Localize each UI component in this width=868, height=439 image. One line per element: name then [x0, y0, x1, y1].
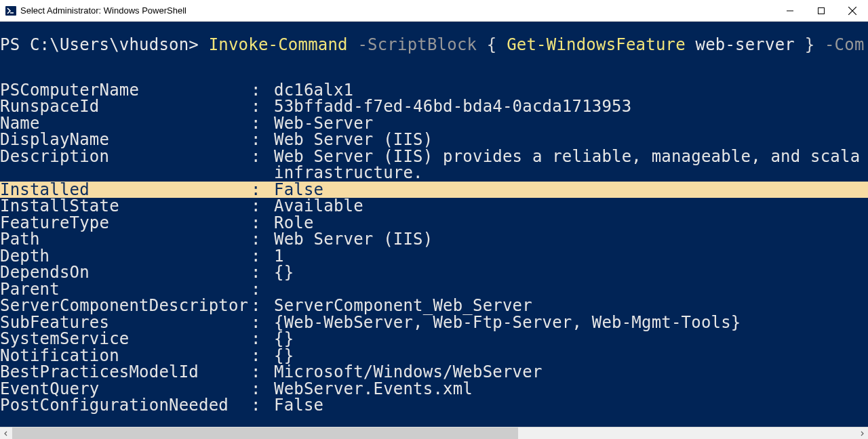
- property-value: 53bffadd-f7ed-46bd-bda4-0acda1713953: [274, 98, 631, 115]
- property-key: Description: [0, 148, 251, 165]
- brace-open: {: [487, 37, 507, 54]
- property-colon: :: [251, 314, 274, 331]
- property-key: InstallState: [0, 198, 251, 215]
- property-key: DisplayName: [0, 131, 251, 148]
- property-value: Web-Server: [274, 115, 374, 132]
- property-value: Web Server (IIS) provides a reliable, ma…: [274, 148, 860, 165]
- property-colon: :: [251, 131, 274, 148]
- output-property-row: DisplayName: Web Server (IIS): [0, 131, 868, 148]
- output-property-row: RunspaceId: 53bffadd-f7ed-46bd-bda4-0acd…: [0, 98, 868, 115]
- output-property-row: BestPracticesModelId: Microsoft/Windows/…: [0, 364, 868, 381]
- property-value-cont: infrastructure.: [0, 165, 423, 182]
- output-property-row: EventQuery: WebServer.Events.xml: [0, 381, 868, 398]
- property-colon: :: [251, 115, 274, 132]
- property-value: False: [274, 397, 323, 414]
- property-value: {}: [274, 348, 294, 364]
- scroll-left-button[interactable]: [0, 427, 12, 440]
- property-value: {}: [274, 331, 294, 348]
- property-value: dc16alx1: [274, 82, 353, 99]
- property-key: Depth: [0, 248, 251, 265]
- output-property-row: PSComputerName: dc16alx1: [0, 82, 868, 99]
- property-value: Web Server (IIS): [274, 131, 433, 148]
- brace-close: }: [805, 37, 825, 54]
- scroll-right-button[interactable]: [856, 427, 868, 440]
- output-property-row: Notification: {}: [0, 348, 868, 364]
- output-property-continuation: infrastructure.: [0, 165, 868, 182]
- property-value: {}: [274, 264, 294, 281]
- property-value: 1: [274, 248, 284, 265]
- property-colon: :: [251, 381, 274, 398]
- titlebar[interactable]: Select Administrator: Windows PowerShell: [0, 0, 868, 22]
- output-property-row: Path: Web Server (IIS): [0, 231, 868, 248]
- property-colon: :: [251, 397, 274, 414]
- blank-line: [0, 54, 868, 82]
- property-colon: :: [251, 148, 274, 165]
- output-property-row: DependsOn: {}: [0, 264, 868, 281]
- maximize-button[interactable]: [806, 0, 837, 22]
- output-property-row: Installed: False: [0, 182, 868, 198]
- scroll-thumb[interactable]: [12, 427, 518, 440]
- property-value: WebServer.Events.xml: [274, 381, 473, 398]
- property-colon: :: [251, 215, 274, 232]
- property-colon: :: [251, 198, 274, 215]
- property-key: Parent: [0, 281, 251, 298]
- property-key: BestPracticesModelId: [0, 364, 251, 381]
- param-computer: -Com: [825, 37, 865, 54]
- property-value: Role: [274, 215, 314, 232]
- output-property-row: Name: Web-Server: [0, 115, 868, 132]
- scroll-track[interactable]: [12, 427, 856, 440]
- param-scriptblock: -ScriptBlock: [348, 37, 487, 54]
- horizontal-scrollbar[interactable]: [0, 427, 868, 439]
- property-key: SystemService: [0, 331, 251, 348]
- property-value: False: [274, 182, 323, 198]
- svg-rect-1: [818, 7, 825, 14]
- cmdlet-getfeature: Get-WindowsFeature: [507, 37, 686, 54]
- property-value: Available: [274, 198, 363, 215]
- output-property-row: SubFeatures: {Web-WebServer, Web-Ftp-Ser…: [0, 314, 868, 331]
- property-key: ServerComponentDescriptor: [0, 297, 251, 314]
- property-value: Web Server (IIS): [274, 231, 433, 248]
- powershell-window: Select Administrator: Windows PowerShell…: [0, 0, 868, 439]
- close-button[interactable]: [837, 0, 868, 22]
- property-colon: :: [251, 331, 274, 348]
- property-colon: :: [251, 231, 274, 248]
- property-key: RunspaceId: [0, 98, 251, 115]
- cmd-arg: web-server: [686, 37, 805, 54]
- property-key: SubFeatures: [0, 314, 251, 331]
- output-property-row: Depth: 1: [0, 248, 868, 265]
- property-key: Path: [0, 231, 251, 248]
- property-key: DependsOn: [0, 264, 251, 281]
- prompt-prefix: PS C:\Users\vhudson>: [0, 37, 209, 54]
- output-property-row: Description: Web Server (IIS) provides a…: [0, 148, 868, 165]
- output-property-row: FeatureType: Role: [0, 215, 868, 232]
- property-key: Installed: [0, 182, 251, 198]
- property-key: Notification: [0, 348, 251, 364]
- window-title: Select Administrator: Windows PowerShell: [20, 5, 186, 16]
- minimize-button[interactable]: [774, 0, 806, 22]
- terminal-output[interactable]: PS C:\Users\vhudson> Invoke-Command -Scr…: [0, 22, 868, 427]
- property-colon: :: [251, 364, 274, 381]
- output-property-row: ServerComponentDescriptor: ServerCompone…: [0, 297, 868, 314]
- property-colon: :: [251, 82, 274, 99]
- property-colon: :: [251, 98, 274, 115]
- property-key: Name: [0, 115, 251, 132]
- property-key: FeatureType: [0, 215, 251, 232]
- property-value: ServerComponent_Web_Server: [274, 297, 532, 314]
- property-colon: :: [251, 348, 274, 364]
- property-value: {Web-WebServer, Web-Ftp-Server, Web-Mgmt…: [274, 314, 741, 331]
- output-property-row: PostConfigurationNeeded: False: [0, 397, 868, 414]
- output-property-row: SystemService: {}: [0, 331, 868, 348]
- property-colon: :: [251, 297, 274, 314]
- property-key: PSComputerName: [0, 82, 251, 99]
- cmdlet-invoke: Invoke-Command: [209, 37, 348, 54]
- property-colon: :: [251, 182, 274, 198]
- prompt-line: PS C:\Users\vhudson> Invoke-Command -Scr…: [0, 37, 868, 54]
- property-colon: :: [251, 264, 274, 281]
- output-property-row: Parent:: [0, 281, 868, 298]
- client-area: PS C:\Users\vhudson> Invoke-Command -Scr…: [0, 22, 868, 439]
- property-colon: :: [251, 281, 274, 298]
- property-key: EventQuery: [0, 381, 251, 398]
- property-value: Microsoft/Windows/WebServer: [274, 364, 542, 381]
- property-key: PostConfigurationNeeded: [0, 397, 251, 414]
- property-colon: :: [251, 248, 274, 265]
